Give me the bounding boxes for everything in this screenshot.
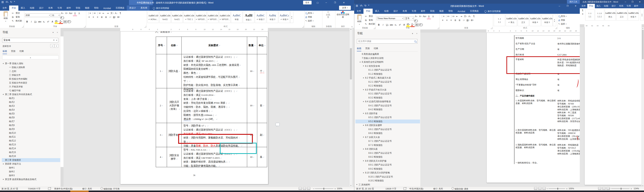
- ribbon-button[interactable]: A↓: [468, 15, 472, 18]
- nav-item[interactable]: 格式16: [2, 154, 60, 158]
- tab-帮助[interactable]: 帮助: [446, 9, 455, 14]
- collapse-icon[interactable]: [356, 184, 358, 185]
- zoom-out-icon[interactable]: −: [546, 187, 548, 190]
- collapse-ribbon-icon[interactable]: ∧: [351, 26, 353, 28]
- dialog-launcher-icon[interactable]: [144, 26, 146, 27]
- save-icon[interactable]: ▤: [2, 1, 4, 3]
- share-button[interactable]: 共享▾: [339, 6, 351, 10]
- read-mode-icon[interactable]: [299, 187, 302, 190]
- minimize-icon[interactable]: ─: [556, 4, 563, 8]
- tab-视图[interactable]: 视图: [437, 9, 446, 14]
- nav-item[interactable]: 8.1.2 检验报告: [356, 72, 420, 76]
- style-chip-标题5[interactable]: AaBbCcDc标题 5: [542, 15, 553, 26]
- document-page-right[interactable]: [584, 27, 642, 185]
- nav-item[interactable]: 8.8 消防头盔: [356, 147, 420, 151]
- ribbon-button[interactable]: A▴: [60, 11, 64, 15]
- tab-视图[interactable]: 视图: [82, 6, 92, 11]
- document-page-left[interactable]: 六、采购需求： 序号名称采购需求数量单位1消防头盔认证标准：通过国家强制性产品认…: [120, 31, 268, 184]
- nav-item[interactable]: 第二章 投标文件内容及格式: [2, 92, 60, 96]
- nav-item[interactable]: 8.4.1 消防产品认证证书: [356, 104, 420, 108]
- nav-item[interactable]: 8.2.2 检验报告: [356, 84, 420, 88]
- ribbon-button[interactable]: x₂: [42, 20, 46, 24]
- web-layout-icon[interactable]: [542, 187, 546, 190]
- tab-开始[interactable]: 开始: [9, 6, 18, 11]
- minimize-icon[interactable]: ─: [622, 0, 628, 4]
- tab-百度网盘[interactable]: 百度网盘: [113, 6, 127, 11]
- nav-tab-页面[interactable]: 页面: [11, 50, 16, 54]
- tab-设计[interactable]: 设计: [37, 6, 46, 11]
- nav-tab-页面[interactable]: 页面: [365, 47, 370, 51]
- nav-item[interactable]: 六 开标及评标: [2, 85, 60, 89]
- tab-绘图[interactable]: 绘图: [602, 4, 610, 8]
- paste-button[interactable]: 粘贴▾: [1, 11, 11, 23]
- nav-item[interactable]: 格式3: [2, 104, 60, 108]
- ribbon-button[interactable]: A▾: [64, 11, 68, 15]
- nav-item[interactable]: 第三章 货物需求: [2, 158, 60, 162]
- nav-item[interactable]: 6 商务条款偏离表: [356, 52, 420, 56]
- vertical-ruler[interactable]: [60, 31, 64, 187]
- nav-tab-标题[interactable]: 标题: [2, 50, 7, 54]
- ribbon-button[interactable]: abc: [38, 20, 42, 24]
- paragraph-mark-icon[interactable]: ¶: [580, 9, 585, 12]
- style-chip-正文[interactable]: AaBbCcDc正文: [616, 9, 627, 21]
- style-chip-正文[interactable]: AaBbCcDc正文: [518, 15, 529, 26]
- track-changes-indicator[interactable]: 修订: 关闭: [82, 187, 92, 190]
- ribbon-button-剪切[interactable]: ✂剪切: [364, 15, 375, 18]
- word-count[interactable]: 7/34928 个字: [28, 187, 40, 190]
- tab-邮件[interactable]: 邮件: [418, 9, 428, 14]
- nav-item[interactable]: 8.5 消防手套: [356, 112, 420, 116]
- style-chip-标题3[interactable]: AaBb(标题 3: [267, 12, 278, 23]
- close-icon[interactable]: ✕: [637, 0, 643, 4]
- zoom-out-icon[interactable]: −: [313, 187, 314, 190]
- tab-布局[interactable]: 布局: [400, 9, 409, 14]
- nav-item[interactable]: 8.3.1 消防产品认证证书: [356, 92, 420, 96]
- tab-引用[interactable]: 引用: [625, 4, 632, 8]
- ribbon-button[interactable]: U▾: [34, 20, 38, 24]
- print-layout-icon[interactable]: [602, 187, 606, 190]
- collapse-icon[interactable]: [3, 63, 4, 64]
- nav-item[interactable]: 8.5.2 检验报告: [356, 120, 420, 124]
- taskbar-active-app[interactable]: [70, 190, 88, 192]
- style-chip-1.1[interactable]: 1 .11.1: [585, 9, 594, 21]
- zoom-level[interactable]: 100%: [337, 187, 342, 189]
- ribbon-button[interactable]: ≡: [96, 15, 100, 19]
- nav-tab-结果[interactable]: 结果: [20, 50, 24, 54]
- ribbon-button[interactable]: ⋮≡▾: [91, 11, 96, 15]
- ribbon-button[interactable]: A: [427, 15, 431, 19]
- ribbon-button[interactable]: Aa▾: [422, 15, 426, 18]
- ribbon-button[interactable]: x²: [398, 23, 402, 27]
- ribbon-button[interactable]: I: [381, 23, 385, 27]
- accessibility-status[interactable]: 辅助功能: 不可用: [104, 188, 120, 190]
- nav-item[interactable]: 8.8.1 消防产品认证证书: [356, 151, 420, 155]
- nav-item[interactable]: 格式1: [2, 96, 60, 100]
- tell-me-search[interactable]: 操作说明搜索: [153, 7, 169, 11]
- print-layout-icon[interactable]: [303, 187, 306, 190]
- read-mode-icon[interactable]: [598, 187, 601, 190]
- ribbon-button[interactable]: ⊞▾: [116, 15, 121, 19]
- scrollbar-right[interactable]: ▲ ▼: [642, 27, 644, 187]
- redo-icon[interactable]: ↻: [10, 1, 12, 3]
- language-indicator[interactable]: 中文(中国大陆): [409, 187, 424, 190]
- nav-item[interactable]: 一 投标人须知表: [2, 65, 60, 69]
- style-chip-TOC1[interactable]: AaBbCcDc↵ TOC 1: [183, 12, 195, 23]
- ribbon-button[interactable]: A: [402, 23, 406, 27]
- comment-icon[interactable]: [276, 123, 280, 126]
- next-result-icon[interactable]: ∨: [54, 44, 58, 48]
- nav-options-icon[interactable]: ▾: [412, 32, 413, 35]
- style-chip-font11[interactable]: AaBbCcDdEfont11: [160, 12, 171, 23]
- ribbon-button[interactable]: A: [415, 23, 419, 27]
- nav-item[interactable]: 8.6.2 检验报告: [356, 131, 420, 135]
- nav-item[interactable]: 四 投标文件的编制: [2, 77, 60, 81]
- font-size-select[interactable]: 11▾: [51, 14, 60, 17]
- style-chip-标题2[interactable]: AaBbC↵ 标题 2: [255, 12, 266, 23]
- nav-item[interactable]: 8.10.2 检验报告: [356, 179, 420, 183]
- 选择-button[interactable]: ↖选择▾: [558, 22, 578, 26]
- nav-item[interactable]: 附件3: [2, 174, 60, 177]
- save-icon[interactable]: ▤: [356, 4, 358, 7]
- dialog-launcher-icon[interactable]: [374, 27, 375, 29]
- ribbon-button-剪切[interactable]: ✂剪切: [11, 11, 22, 15]
- nav-item[interactable]: 8.7.1 消防产品认证证书: [356, 139, 420, 143]
- ribbon-button[interactable]: A▴: [414, 15, 418, 18]
- ribbon-button[interactable]: ⋮≡▾: [96, 11, 102, 15]
- nav-close-icon[interactable]: ×: [57, 31, 58, 34]
